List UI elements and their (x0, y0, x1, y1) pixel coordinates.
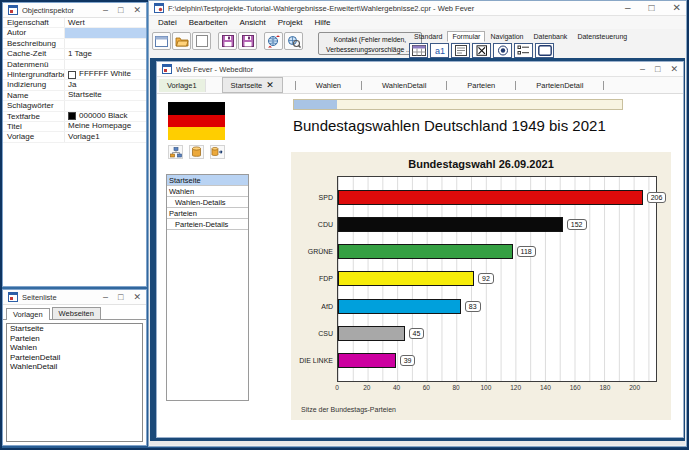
palette-tab-navigation[interactable]: Navigation (485, 31, 528, 42)
inspector-row[interactable]: TitelMeine Homepage (3, 122, 146, 132)
color-swatch (68, 112, 76, 120)
inspector-row[interactable]: VorlageVorlage1 (3, 132, 146, 142)
property-value[interactable] (65, 101, 146, 110)
property-value[interactable]: 000000 Black (65, 112, 146, 121)
nav-item-parteien[interactable]: Parteien (167, 208, 248, 219)
inspector-row[interactable]: Datenmenü (3, 60, 146, 70)
inspector-row[interactable]: NameStartseite (3, 91, 146, 101)
property-name[interactable]: Cache-Zeit (3, 49, 65, 58)
property-value[interactable]: Vorlage1 (65, 132, 146, 141)
database-export-button[interactable] (210, 145, 225, 159)
page-list-titlebar[interactable]: Seitenliste – □ ✕ (3, 290, 146, 305)
property-name[interactable]: Datenmenü (3, 60, 65, 69)
nav-item-startseite[interactable]: Startseite (167, 175, 248, 186)
palette-checkbox-button[interactable] (472, 43, 491, 58)
pagelist-item[interactable]: Parteien (7, 334, 142, 344)
new-window-button[interactable] (152, 32, 171, 50)
inspector-row[interactable]: Cache-Zeit1 Tage (3, 49, 146, 59)
maximize-icon[interactable]: □ (655, 65, 660, 74)
contact-button[interactable]: Kontakt (Fehler melden, Verbesserungsvor… (318, 32, 422, 55)
german-flag-image[interactable] (168, 102, 225, 140)
property-value[interactable] (65, 60, 146, 69)
palette-checklist-button[interactable] (514, 43, 533, 58)
editor-tab-wahlen[interactable]: Wahlen (308, 79, 349, 92)
editor-tab-parteiendetail[interactable]: ParteienDetail (528, 79, 591, 92)
property-value[interactable]: FFFFFF White (65, 70, 146, 79)
minimize-icon[interactable]: – (103, 6, 108, 15)
maximize-icon[interactable]: □ (649, 3, 655, 13)
property-name[interactable]: Autor (3, 28, 65, 37)
property-value[interactable]: Meine Homepage (65, 122, 146, 131)
inspector-row[interactable]: Textfarbe000000 Black (3, 112, 146, 122)
maximize-icon[interactable]: □ (118, 6, 123, 15)
pagelist-item[interactable]: ParteienDetail (7, 353, 142, 363)
publish-button[interactable] (264, 32, 283, 50)
palette-memo-button[interactable] (451, 43, 470, 58)
property-value[interactable]: Ja (65, 80, 146, 89)
palette-datagrid-button[interactable] (409, 43, 428, 58)
palette-tab-formular[interactable]: Formular (447, 31, 485, 42)
editor-tab-vorlage1[interactable]: Vorlage1 (159, 79, 206, 92)
inspector-row[interactable]: IndizierungJa (3, 80, 146, 90)
close-icon[interactable]: ✕ (670, 65, 678, 74)
pagelist-item[interactable]: Wahlen (7, 343, 142, 353)
pagelist-item[interactable]: Startseite (7, 324, 142, 334)
property-value[interactable] (65, 28, 146, 37)
close-icon[interactable]: ✕ (673, 3, 681, 13)
open-project-button[interactable] (172, 32, 191, 50)
property-name[interactable]: Beschreibung (3, 39, 65, 48)
menu-projekt[interactable]: Projekt (272, 18, 309, 27)
database-button[interactable] (189, 145, 204, 159)
property-name[interactable]: Indizierung (3, 80, 65, 89)
pagelist-tab-webseiten[interactable]: Webseiten (52, 307, 101, 319)
inspector-row[interactable]: Autor (3, 28, 146, 38)
close-icon[interactable]: ✕ (133, 6, 141, 15)
palette-tab-datenbank[interactable]: Datenbank (529, 31, 573, 42)
property-value[interactable]: 1 Tage (65, 49, 146, 58)
property-name[interactable]: Textfarbe (3, 112, 65, 121)
minimize-icon[interactable]: – (640, 65, 645, 74)
editor-tab-parteien[interactable]: Parteien (459, 79, 503, 92)
main-titlebar[interactable]: F:\delphin\Testprojekte-Tutorial-Wahlerg… (149, 1, 686, 16)
main-window: F:\delphin\Testprojekte-Tutorial-Wahlerg… (148, 0, 687, 447)
sitemap-button[interactable] (168, 145, 183, 159)
inspector-row[interactable]: Schlagwörter (3, 101, 146, 111)
palette-radiobutton-button[interactable] (493, 43, 512, 58)
menu-bearbeiten[interactable]: Bearbeiten (183, 18, 234, 27)
pagelist-tab-vorlagen[interactable]: Vorlagen (6, 308, 50, 320)
palette-tab-datensteuerung[interactable]: Datensteuerung (572, 31, 632, 42)
save-button[interactable] (218, 32, 237, 50)
save-all-button[interactable] (238, 32, 257, 50)
inspector-row[interactable]: HintergrundfarbeFFFFFF White (3, 70, 146, 80)
maximize-icon[interactable]: □ (118, 293, 123, 302)
editor-tab-wahlendetail[interactable]: WahlenDetail (374, 79, 434, 92)
new-page-button[interactable] (192, 32, 211, 50)
nav-item-wahlen[interactable]: Wahlen (167, 186, 248, 197)
property-name[interactable]: Vorlage (3, 132, 65, 141)
property-value[interactable] (65, 39, 146, 48)
property-name[interactable]: Name (3, 91, 65, 100)
palette-tab-standard[interactable]: Standard (409, 31, 447, 42)
pagelist-item[interactable]: WahlenDetail (7, 362, 142, 372)
progress-fill (294, 100, 337, 109)
palette-groupbox-button[interactable] (535, 43, 554, 58)
webeditor-titlebar[interactable]: Web Fever - Webeditor – □ ✕ (157, 62, 683, 77)
close-tab-icon[interactable]: ✕ (266, 80, 274, 90)
minimize-icon[interactable]: – (625, 3, 631, 13)
preview-button[interactable] (284, 32, 303, 50)
nav-item-wahlen-details[interactable]: Wahlen-Details (167, 197, 248, 208)
property-name[interactable]: Schlagwörter (3, 101, 65, 110)
property-value[interactable]: Startseite (65, 91, 146, 100)
menu-ansicht[interactable]: Ansicht (233, 18, 271, 27)
editor-tab-startseite[interactable]: Startseite✕ (222, 77, 283, 93)
minimize-icon[interactable]: – (103, 293, 108, 302)
inspector-row[interactable]: Beschreibung (3, 39, 146, 49)
palette-label-button[interactable]: a1 (430, 43, 449, 58)
close-icon[interactable]: ✕ (133, 293, 141, 302)
menu-hilfe[interactable]: Hilfe (309, 18, 337, 27)
object-inspector-titlebar[interactable]: Objectinspektor – □ ✕ (3, 3, 146, 18)
nav-item-parteien-details[interactable]: Parteien-Details (167, 219, 248, 230)
property-name[interactable]: Titel (3, 122, 65, 131)
menu-datei[interactable]: Datei (152, 18, 183, 27)
property-name[interactable]: Hintergrundfarbe (3, 70, 65, 79)
